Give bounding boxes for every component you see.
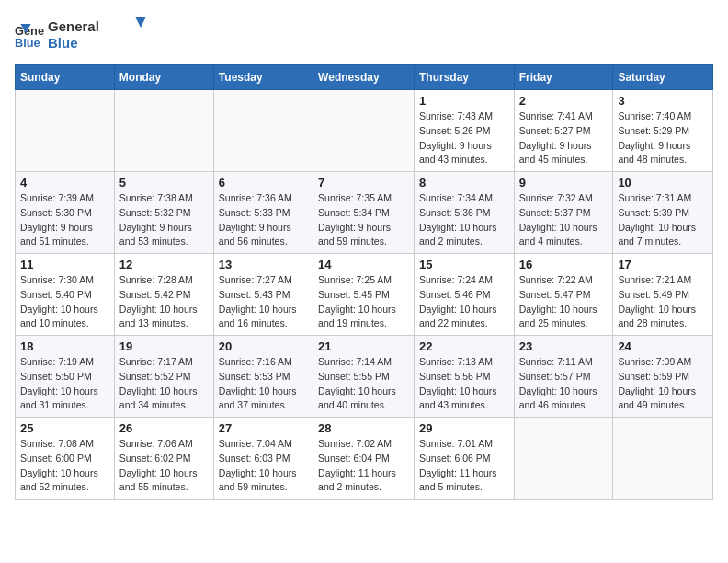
day-info: Sunrise: 7:30 AM Sunset: 5:40 PM Dayligh… (20, 273, 109, 331)
day-header-sunday: Sunday (16, 65, 115, 90)
day-header-tuesday: Tuesday (213, 65, 313, 90)
day-number: 25 (20, 421, 109, 435)
day-header-saturday: Saturday (613, 65, 713, 90)
day-info: Sunrise: 7:32 AM Sunset: 5:37 PM Dayligh… (519, 191, 609, 249)
logo-icon: General Blue (15, 20, 44, 50)
svg-text:Blue: Blue (48, 35, 78, 51)
svg-marker-4 (135, 17, 146, 28)
day-number: 9 (519, 176, 609, 190)
calendar-cell: 5Sunrise: 7:38 AM Sunset: 5:32 PM Daylig… (114, 172, 213, 254)
day-info: Sunrise: 7:22 AM Sunset: 5:47 PM Dayligh… (519, 273, 609, 331)
calendar-cell: 11Sunrise: 7:30 AM Sunset: 5:40 PM Dayli… (16, 254, 115, 336)
calendar-cell: 19Sunrise: 7:17 AM Sunset: 5:52 PM Dayli… (114, 336, 213, 418)
calendar-cell: 14Sunrise: 7:25 AM Sunset: 5:45 PM Dayli… (313, 254, 415, 336)
day-number: 24 (618, 339, 708, 353)
calendar-cell: 1Sunrise: 7:43 AM Sunset: 5:26 PM Daylig… (414, 90, 514, 172)
day-info: Sunrise: 7:38 AM Sunset: 5:32 PM Dayligh… (119, 191, 209, 249)
day-number: 18 (20, 339, 109, 353)
day-info: Sunrise: 7:24 AM Sunset: 5:46 PM Dayligh… (419, 273, 509, 331)
day-number: 13 (219, 258, 308, 271)
calendar-cell (613, 418, 713, 500)
day-info: Sunrise: 7:09 AM Sunset: 5:59 PM Dayligh… (618, 355, 708, 413)
day-info: Sunrise: 7:17 AM Sunset: 5:52 PM Dayligh… (119, 355, 209, 413)
day-info: Sunrise: 7:11 AM Sunset: 5:57 PM Dayligh… (519, 355, 609, 413)
day-number: 19 (119, 339, 209, 353)
calendar-cell (16, 90, 115, 172)
calendar-cell: 27Sunrise: 7:04 AM Sunset: 6:03 PM Dayli… (213, 418, 313, 500)
header-row: SundayMondayTuesdayWednesdayThursdayFrid… (16, 65, 713, 90)
calendar-cell: 23Sunrise: 7:11 AM Sunset: 5:57 PM Dayli… (514, 336, 613, 418)
day-number: 11 (20, 258, 109, 271)
day-header-thursday: Thursday (414, 65, 514, 90)
calendar-cell: 18Sunrise: 7:19 AM Sunset: 5:50 PM Dayli… (16, 336, 115, 418)
day-number: 4 (20, 176, 109, 190)
calendar-cell (514, 418, 613, 500)
calendar-cell: 10Sunrise: 7:31 AM Sunset: 5:39 PM Dayli… (613, 172, 713, 254)
calendar-cell (114, 90, 213, 172)
calendar-cell: 28Sunrise: 7:02 AM Sunset: 6:04 PM Dayli… (313, 418, 415, 500)
day-header-monday: Monday (114, 65, 213, 90)
day-number: 27 (219, 421, 308, 435)
calendar-cell (313, 90, 415, 172)
calendar-cell: 25Sunrise: 7:08 AM Sunset: 6:00 PM Dayli… (16, 418, 115, 500)
logo: General Blue General Blue (15, 15, 158, 55)
day-number: 2 (519, 94, 609, 108)
week-row-0: 1Sunrise: 7:43 AM Sunset: 5:26 PM Daylig… (16, 90, 713, 172)
day-number: 16 (519, 258, 609, 271)
calendar-cell: 16Sunrise: 7:22 AM Sunset: 5:47 PM Dayli… (514, 254, 613, 336)
day-number: 3 (618, 94, 708, 108)
day-info: Sunrise: 7:40 AM Sunset: 5:29 PM Dayligh… (618, 109, 708, 167)
day-number: 28 (318, 421, 409, 435)
week-row-2: 11Sunrise: 7:30 AM Sunset: 5:40 PM Dayli… (16, 254, 713, 336)
day-number: 22 (419, 339, 509, 353)
day-info: Sunrise: 7:25 AM Sunset: 5:45 PM Dayligh… (318, 273, 409, 331)
day-number: 29 (419, 421, 509, 435)
day-info: Sunrise: 7:19 AM Sunset: 5:50 PM Dayligh… (20, 355, 109, 413)
day-info: Sunrise: 7:39 AM Sunset: 5:30 PM Dayligh… (20, 191, 109, 249)
day-info: Sunrise: 7:02 AM Sunset: 6:04 PM Dayligh… (318, 437, 409, 495)
day-info: Sunrise: 7:31 AM Sunset: 5:39 PM Dayligh… (618, 191, 708, 249)
calendar-cell: 4Sunrise: 7:39 AM Sunset: 5:30 PM Daylig… (16, 172, 115, 254)
day-info: Sunrise: 7:14 AM Sunset: 5:55 PM Dayligh… (318, 355, 409, 413)
day-number: 23 (519, 339, 609, 353)
week-row-1: 4Sunrise: 7:39 AM Sunset: 5:30 PM Daylig… (16, 172, 713, 254)
day-number: 21 (318, 339, 409, 353)
day-info: Sunrise: 7:27 AM Sunset: 5:43 PM Dayligh… (219, 273, 308, 331)
calendar-cell: 17Sunrise: 7:21 AM Sunset: 5:49 PM Dayli… (613, 254, 713, 336)
day-number: 17 (618, 258, 708, 271)
calendar-cell: 21Sunrise: 7:14 AM Sunset: 5:55 PM Dayli… (313, 336, 415, 418)
calendar-cell: 22Sunrise: 7:13 AM Sunset: 5:56 PM Dayli… (414, 336, 514, 418)
day-info: Sunrise: 7:43 AM Sunset: 5:26 PM Dayligh… (419, 109, 509, 167)
calendar-cell: 15Sunrise: 7:24 AM Sunset: 5:46 PM Dayli… (414, 254, 514, 336)
day-number: 20 (219, 339, 308, 353)
calendar-cell: 3Sunrise: 7:40 AM Sunset: 5:29 PM Daylig… (613, 90, 713, 172)
logo-svg: General Blue (48, 15, 158, 52)
day-number: 5 (119, 176, 209, 190)
day-info: Sunrise: 7:13 AM Sunset: 5:56 PM Dayligh… (419, 355, 509, 413)
calendar-cell: 13Sunrise: 7:27 AM Sunset: 5:43 PM Dayli… (213, 254, 313, 336)
day-number: 8 (419, 176, 509, 190)
day-header-friday: Friday (514, 65, 613, 90)
day-number: 1 (419, 94, 509, 108)
day-number: 26 (119, 421, 209, 435)
calendar-cell: 24Sunrise: 7:09 AM Sunset: 5:59 PM Dayli… (613, 336, 713, 418)
day-info: Sunrise: 7:35 AM Sunset: 5:34 PM Dayligh… (318, 191, 409, 249)
day-number: 14 (318, 258, 409, 271)
week-row-3: 18Sunrise: 7:19 AM Sunset: 5:50 PM Dayli… (16, 336, 713, 418)
calendar-cell: 20Sunrise: 7:16 AM Sunset: 5:53 PM Dayli… (213, 336, 313, 418)
day-info: Sunrise: 7:16 AM Sunset: 5:53 PM Dayligh… (219, 355, 308, 413)
calendar-cell: 6Sunrise: 7:36 AM Sunset: 5:33 PM Daylig… (213, 172, 313, 254)
calendar-cell: 9Sunrise: 7:32 AM Sunset: 5:37 PM Daylig… (514, 172, 613, 254)
svg-text:Blue: Blue (15, 36, 40, 50)
header: General Blue General Blue (15, 15, 713, 55)
calendar-table: SundayMondayTuesdayWednesdayThursdayFrid… (15, 64, 713, 500)
day-info: Sunrise: 7:01 AM Sunset: 6:06 PM Dayligh… (419, 437, 509, 495)
day-info: Sunrise: 7:21 AM Sunset: 5:49 PM Dayligh… (618, 273, 708, 331)
day-info: Sunrise: 7:04 AM Sunset: 6:03 PM Dayligh… (219, 437, 308, 495)
day-number: 15 (419, 258, 509, 271)
day-info: Sunrise: 7:36 AM Sunset: 5:33 PM Dayligh… (219, 191, 308, 249)
day-header-wednesday: Wednesday (313, 65, 415, 90)
calendar-cell (213, 90, 313, 172)
calendar-cell: 12Sunrise: 7:28 AM Sunset: 5:42 PM Dayli… (114, 254, 213, 336)
day-number: 10 (618, 176, 708, 190)
